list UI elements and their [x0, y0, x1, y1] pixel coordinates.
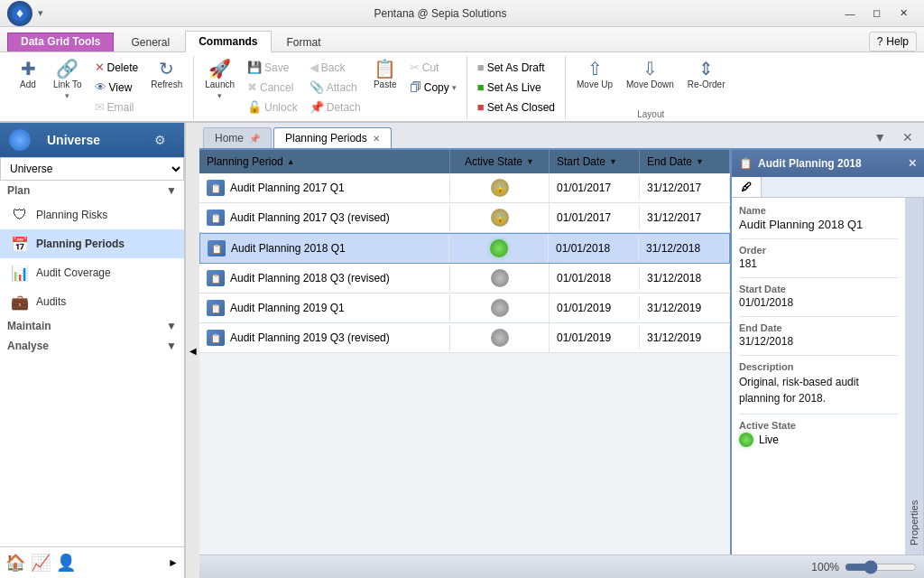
cell-row5-state [450, 323, 550, 352]
unlock-icon: 🔓 [247, 100, 262, 114]
cell-row5-end: 31/12/2019 [640, 326, 730, 350]
prop-divider-3 [739, 316, 898, 317]
copy-button[interactable]: 🗍 Copy ▾ [405, 78, 461, 97]
minimize-button[interactable]: — [837, 5, 863, 23]
back-button[interactable]: ◀ Back [305, 58, 365, 77]
cut-button[interactable]: ✂ Cut [405, 58, 461, 77]
ribbon-tabs: Data Grid Tools General Commands Format … [0, 27, 924, 52]
paste-icon: 📋 [374, 60, 396, 78]
tab-format[interactable]: Format [273, 32, 335, 52]
sidebar-gear-button[interactable]: ⚙ [145, 123, 175, 157]
sidebar-section-analyse[interactable]: Analyse ▼ [0, 336, 184, 356]
unlock-button[interactable]: 🔓 Unlock [243, 98, 302, 117]
cell-row5-name: 📋 Audit Planning 2019 Q3 (revised) [199, 324, 450, 351]
col-header-state[interactable]: Active State ▼ [450, 150, 550, 173]
tab-planning-periods-close[interactable]: ✕ [373, 134, 380, 144]
col-header-start[interactable]: Start Date ▼ [550, 150, 640, 173]
sidebar-footer: 🏠 📈 👤 ► [0, 546, 184, 578]
delete-button[interactable]: ✕ Delete [90, 58, 143, 77]
tab-close-all-button[interactable]: ✕ [895, 126, 920, 148]
save-cancel-col: 💾 Save ✖ Cancel 🔓 Unlock [243, 56, 302, 118]
sidebar-item-planning-periods[interactable]: 📅 Planning Periods [0, 229, 184, 258]
table-row[interactable]: 📋 Audit Planning 2018 Q3 (revised) 01/01… [199, 264, 730, 294]
sidebar-item-audit-coverage[interactable]: 📊 Audit Coverage [0, 258, 184, 287]
sidebar-dropdown[interactable]: Universe [0, 157, 184, 181]
tab-data-grid-tools[interactable]: Data Grid Tools [7, 33, 114, 51]
set-as-closed-button[interactable]: ■ Set As Closed [473, 98, 559, 117]
properties-close-button[interactable]: ✕ [908, 157, 917, 170]
help-button[interactable]: ? Help [869, 32, 917, 51]
table-row[interactable]: 📋 Audit Planning 2019 Q1 01/01/2019 31/1… [199, 294, 730, 323]
table-row[interactable]: 📋 Audit Planning 2017 Q1 🔒 01/01/2017 [199, 173, 730, 203]
sidebar-item-planning-risks[interactable]: 🛡 Planning Risks [0, 200, 184, 229]
move-down-button[interactable]: ⇩ Move Down [621, 56, 679, 93]
cell-row3-start: 01/01/2018 [550, 266, 640, 290]
refresh-button[interactable]: ↻ Refresh [145, 56, 188, 93]
sidebar-container: Universe ⚙ Universe Plan ▼ 🛡 Planning Ri… [0, 123, 199, 578]
set-as-live-button[interactable]: ■ Set As Live [473, 78, 559, 97]
prop-name-label: Name [739, 205, 898, 216]
prop-divider-2 [739, 277, 898, 278]
prop-order-field: Order 181 [739, 245, 898, 270]
state-buttons-col: ■ Set As Draft ■ Set As Live ■ Set As Cl… [473, 56, 559, 118]
save-button[interactable]: 💾 Save [243, 58, 302, 77]
cell-row2-start: 01/01/2018 [549, 237, 639, 260]
detach-button[interactable]: 📌 Detach [305, 98, 365, 117]
properties-panel: 📋 Audit Planning 2018 ✕ 🖊 Name Audit Pla… [730, 150, 924, 555]
tab-planning-periods[interactable]: Planning Periods ✕ [273, 127, 392, 148]
close-button[interactable]: ✕ [892, 5, 917, 23]
prop-order-value: 181 [739, 257, 898, 270]
tab-commands[interactable]: Commands [185, 31, 271, 52]
launch-button[interactable]: 🚀 Launch ▾ [199, 56, 240, 104]
restore-button[interactable]: ◻ [864, 5, 890, 23]
move-down-icon: ⇩ [642, 60, 658, 78]
zoom-slider[interactable] [845, 560, 917, 574]
tab-general[interactable]: General [117, 32, 183, 52]
prop-divider-5 [739, 414, 898, 415]
ribbon-group-general-content: ✚ Add 🔗 Link To ▾ ✕ Delete 👁 View ✉ [11, 56, 188, 118]
back-icon: ◀ [310, 61, 319, 74]
prop-end-value: 31/12/2018 [739, 335, 898, 348]
properties-title: Audit Planning 2018 [758, 157, 862, 170]
layout-group-label: Layout [571, 107, 731, 119]
state-locked-icon-0: 🔒 [491, 179, 509, 197]
move-up-button[interactable]: ⇧ Move Up [571, 56, 618, 93]
tab-more-button[interactable]: ▼ [866, 126, 893, 148]
general-small-buttons: ✕ Delete 👁 View ✉ Email [90, 56, 143, 118]
table-row[interactable]: 📋 Audit Planning 2018 Q1 01/01/2018 31/1… [199, 233, 730, 264]
paste-button[interactable]: 📋 Paste [368, 56, 402, 93]
col-header-name[interactable]: Planning Period ▲ [199, 150, 450, 173]
footer-icon-2[interactable]: 📈 [31, 553, 51, 573]
properties-tab-properties[interactable]: 🖊 [732, 177, 762, 197]
view-button[interactable]: 👁 View [90, 78, 143, 97]
footer-icon-3[interactable]: 👤 [56, 553, 76, 573]
tab-home[interactable]: Home 📌 [203, 127, 272, 148]
cancel-button[interactable]: ✖ Cancel [243, 78, 302, 97]
row-icon-3: 📋 [207, 270, 225, 286]
prop-start-field: Start Date 01/01/2018 [739, 284, 898, 309]
email-button[interactable]: ✉ Email [90, 98, 143, 117]
attach-icon: 📎 [310, 80, 324, 94]
footer-icon-1[interactable]: 🏠 [5, 553, 25, 573]
launch-icon: 🚀 [208, 60, 231, 78]
link-to-button[interactable]: 🔗 Link To ▾ [48, 56, 88, 104]
reorder-button[interactable]: ⇕ Re-Order [682, 56, 731, 93]
sidebar-item-audits[interactable]: 💼 Audits [0, 287, 184, 316]
data-grid-area: Planning Period ▲ Active State ▼ Start D… [199, 150, 924, 555]
sidebar-section-plan[interactable]: Plan ▼ [0, 181, 184, 200]
properties-side-tab[interactable]: Properties [905, 198, 924, 555]
sidebar-section-maintain[interactable]: Maintain ▼ [0, 316, 184, 336]
set-as-draft-button[interactable]: ■ Set As Draft [473, 58, 559, 77]
add-button[interactable]: ✚ Add [11, 56, 45, 93]
col-header-end[interactable]: End Date ▼ [640, 150, 730, 173]
table-row[interactable]: 📋 Audit Planning 2019 Q3 (revised) 01/01… [199, 323, 730, 353]
table-row[interactable]: 📋 Audit Planning 2017 Q3 (revised) 🔒 01/… [199, 203, 730, 233]
footer-more-arrow[interactable]: ► [168, 556, 179, 569]
save-icon: 💾 [247, 61, 262, 74]
cut-icon: ✂ [410, 61, 420, 74]
prop-name-field: Name Audit Planning 2018 Q1 [739, 205, 898, 231]
tab-bar: Home 📌 Planning Periods ✕ ▼ ✕ [199, 123, 924, 150]
attach-button[interactable]: 📎 Attach [305, 78, 365, 97]
prop-state-live-icon [739, 433, 753, 447]
sidebar-collapse-button[interactable]: ◀ [185, 123, 199, 578]
